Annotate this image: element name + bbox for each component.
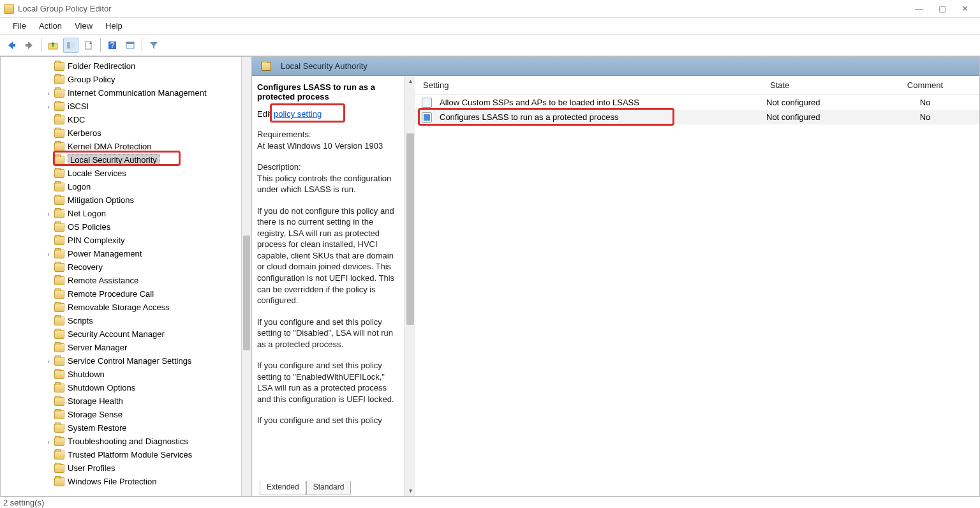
folder-icon xyxy=(54,303,64,312)
tree-item[interactable]: Storage Health xyxy=(1,394,251,408)
tree-item[interactable]: Remote Assistance xyxy=(1,274,251,287)
tree-item-label: Folder Redirection xyxy=(68,61,135,71)
scrollbar-thumb[interactable] xyxy=(406,133,414,325)
tree-item[interactable]: ›Power Management xyxy=(1,247,251,260)
tree-item-label: Recovery xyxy=(68,262,103,272)
tree-item[interactable]: Windows File Protection xyxy=(1,475,251,488)
folder-icon xyxy=(54,424,64,433)
tree-item[interactable]: Server Manager xyxy=(1,341,251,354)
folder-icon xyxy=(54,102,64,111)
tree-item[interactable]: Shutdown xyxy=(1,368,251,381)
setting-icon xyxy=(422,112,432,123)
folder-icon xyxy=(54,209,64,218)
header-comment[interactable]: Comment xyxy=(871,80,979,90)
nav-forward-button[interactable] xyxy=(22,38,37,53)
tree-item[interactable]: Group Policy xyxy=(1,73,251,86)
expand-icon[interactable]: › xyxy=(44,438,53,445)
tree-item-label: PIN Complexity xyxy=(68,235,125,245)
tree-item[interactable]: ›Service Control Manager Settings xyxy=(1,354,251,368)
tree-item-label: Troubleshooting and Diagnostics xyxy=(68,437,188,446)
tree-item[interactable]: ›Troubleshooting and Diagnostics xyxy=(1,435,251,448)
tree-pane: Folder RedirectionGroup Policy›Internet … xyxy=(0,57,252,497)
show-hide-tree-button[interactable] xyxy=(63,38,78,53)
header-setting[interactable]: Setting xyxy=(415,80,762,90)
help-button[interactable]: ? xyxy=(105,38,120,53)
tree-item[interactable]: Local Security Authority xyxy=(1,153,251,167)
tree-item[interactable]: Removable Storage Access xyxy=(1,301,251,314)
tree-item-label: Mitigation Options xyxy=(68,195,134,205)
folder-icon xyxy=(54,129,64,138)
close-button[interactable]: ✕ xyxy=(961,4,969,13)
tree-item[interactable]: ›iSCSI xyxy=(1,100,251,113)
tree-item[interactable]: Kernel DMA Protection xyxy=(1,140,251,153)
folder-icon xyxy=(54,169,64,178)
menu-help[interactable]: Help xyxy=(99,19,129,33)
description-section: Description: This policy controls the co… xyxy=(257,161,399,195)
description-scrollbar[interactable]: ▴ ▾ xyxy=(405,76,415,496)
cell-setting: Configures LSASS to run as a protected p… xyxy=(436,112,762,122)
tree-item[interactable]: Security Account Manager xyxy=(1,327,251,341)
tree-item[interactable]: PIN Complexity xyxy=(1,234,251,247)
tree-item[interactable]: Locale Services xyxy=(1,167,251,180)
expand-icon[interactable]: › xyxy=(44,250,53,258)
menu-view[interactable]: View xyxy=(68,19,99,33)
tree-item[interactable]: Logon xyxy=(1,180,251,193)
folder-icon xyxy=(54,236,64,245)
tree-item[interactable]: Scripts xyxy=(1,314,251,327)
nav-back-button[interactable] xyxy=(4,38,19,53)
tree-item[interactable]: System Restore xyxy=(1,421,251,435)
properties-button[interactable] xyxy=(122,38,138,53)
menu-action[interactable]: Action xyxy=(33,19,68,33)
filter-button[interactable] xyxy=(146,38,161,53)
minimize-button[interactable]: — xyxy=(915,4,923,13)
settings-row[interactable]: Allow Custom SSPs and APs to be loaded i… xyxy=(415,95,979,110)
folder-icon xyxy=(54,75,64,84)
scroll-up-icon[interactable]: ▴ xyxy=(405,76,415,86)
tab-extended[interactable]: Extended xyxy=(260,481,306,495)
tree-scrollbar[interactable] xyxy=(241,57,251,496)
tree-item[interactable]: ›Internet Communication Management xyxy=(1,86,251,100)
folder-icon xyxy=(54,464,64,473)
description-p2: If you do not configure this policy and … xyxy=(257,205,399,306)
window-controls: — ▢ ✕ xyxy=(915,4,976,13)
expand-icon[interactable]: › xyxy=(44,357,53,365)
tree-item[interactable]: Kerberos xyxy=(1,126,251,140)
export-list-button[interactable] xyxy=(81,38,96,53)
toolbar: ? xyxy=(0,34,980,56)
folder-icon xyxy=(54,357,64,366)
tree-scroll[interactable]: Folder RedirectionGroup Policy›Internet … xyxy=(1,57,251,496)
folder-icon xyxy=(54,451,64,459)
setting-heading: Configures LSASS to run as a protected p… xyxy=(257,82,399,101)
tree-item[interactable]: KDC xyxy=(1,113,251,126)
expand-icon[interactable]: › xyxy=(44,89,53,97)
expand-icon[interactable]: › xyxy=(44,103,53,110)
svg-text:?: ? xyxy=(110,40,114,50)
tree-item[interactable]: Storage Sense xyxy=(1,408,251,421)
tree-item-label: Storage Sense xyxy=(68,410,122,419)
tree-item[interactable]: Shutdown Options xyxy=(1,381,251,394)
tree-item[interactable]: OS Policies xyxy=(1,220,251,234)
settings-row[interactable]: Configures LSASS to run as a protected p… xyxy=(415,110,979,124)
requirements-section: Requirements: At least Windows 10 Versio… xyxy=(257,129,399,151)
maximize-button[interactable]: ▢ xyxy=(939,4,946,13)
menu-file[interactable]: File xyxy=(6,19,33,33)
tree-item[interactable]: Mitigation Options xyxy=(1,193,251,207)
tab-standard[interactable]: Standard xyxy=(306,481,352,495)
tree-item[interactable]: User Profiles xyxy=(1,461,251,475)
tree-item[interactable]: ›Net Logon xyxy=(1,207,251,220)
up-level-button[interactable] xyxy=(45,38,61,53)
expand-icon[interactable]: › xyxy=(44,210,53,218)
header-state[interactable]: State xyxy=(762,80,871,90)
policy-setting-link[interactable]: policy setting xyxy=(274,109,322,119)
statusbar: 2 setting(s) xyxy=(0,497,980,508)
scroll-down-icon[interactable]: ▾ xyxy=(405,486,415,496)
tree-item[interactable]: Trusted Platform Module Services xyxy=(1,448,251,461)
tree-item-label: Windows File Protection xyxy=(68,477,156,486)
tree-item[interactable]: Recovery xyxy=(1,260,251,274)
toolbar-separator xyxy=(41,38,41,52)
tree-item-label: OS Policies xyxy=(68,222,110,232)
description-p3: If you configure and set this policy set… xyxy=(257,317,399,350)
scrollbar-thumb[interactable] xyxy=(243,235,250,350)
tree-item[interactable]: Remote Procedure Call xyxy=(1,287,251,301)
tree-item[interactable]: Folder Redirection xyxy=(1,59,251,73)
